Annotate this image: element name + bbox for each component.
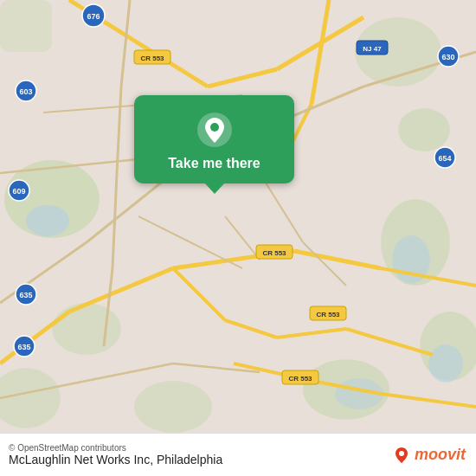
location-pin-icon	[196, 111, 234, 149]
svg-text:CR 553: CR 553	[140, 55, 164, 62]
bottom-bar: © OpenStreetMap contributors McLaughlin …	[0, 433, 476, 476]
svg-text:NJ 47: NJ 47	[363, 45, 382, 53]
svg-text:CR 553: CR 553	[316, 311, 340, 318]
svg-rect-10	[0, 0, 52, 52]
svg-point-8	[134, 381, 212, 433]
svg-point-3	[398, 108, 450, 151]
svg-text:603: 603	[19, 87, 32, 96]
popup-label: Take me there	[168, 156, 260, 171]
svg-text:630: 630	[441, 53, 454, 61]
svg-text:654: 654	[438, 154, 451, 163]
svg-point-79	[210, 123, 219, 132]
moovit-text: moovit	[415, 446, 466, 464]
svg-point-6	[52, 303, 121, 355]
location-name: McLaughlin Net Works Inc, Philadelphia	[9, 453, 222, 466]
svg-point-13	[428, 344, 463, 383]
svg-text:CR 553: CR 553	[262, 249, 286, 257]
svg-text:635: 635	[19, 291, 32, 299]
map-area: 676 603 609 635 635 CR 553 NJ 47 630 654…	[0, 0, 476, 433]
svg-point-11	[26, 205, 69, 236]
svg-text:676: 676	[87, 12, 100, 21]
svg-text:CR 553: CR 553	[288, 375, 312, 383]
svg-point-80	[399, 451, 404, 456]
svg-text:635: 635	[17, 343, 30, 351]
take-me-there-popup[interactable]: Take me there	[134, 95, 294, 183]
map-svg: 676 603 609 635 635 CR 553 NJ 47 630 654…	[0, 0, 476, 433]
osm-credit: © OpenStreetMap contributors	[9, 443, 222, 453]
moovit-pin-icon	[392, 446, 411, 465]
moovit-logo: moovit	[392, 446, 466, 465]
bottom-info: © OpenStreetMap contributors McLaughlin …	[9, 443, 222, 466]
svg-text:609: 609	[12, 187, 25, 196]
